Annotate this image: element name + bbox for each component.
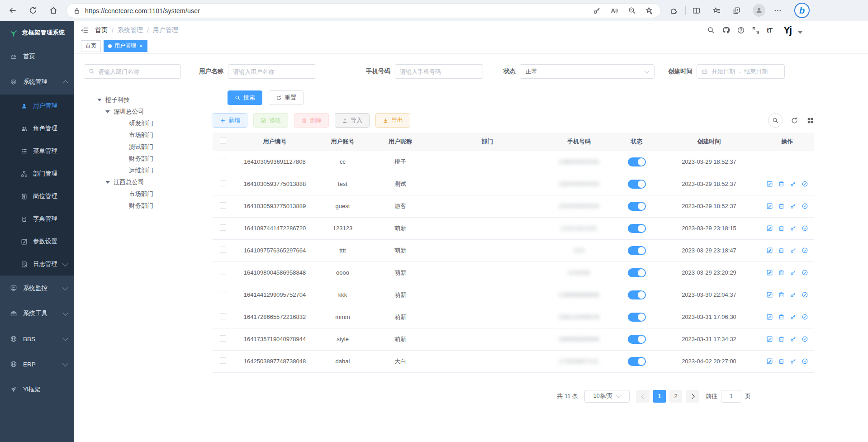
- sidebar-item-menu-management[interactable]: 菜单管理: [0, 140, 74, 162]
- edit-user-icon[interactable]: [766, 203, 773, 209]
- sidebar-item-yi-framework[interactable]: Yi框架: [0, 377, 74, 402]
- refresh-table-icon[interactable]: [791, 117, 798, 124]
- sidebar-item-system-monitor[interactable]: 系统监控: [0, 276, 74, 301]
- breadcrumb-home[interactable]: 首页: [95, 26, 108, 34]
- edit-user-icon[interactable]: [766, 291, 773, 298]
- browser-menu-icon[interactable]: [773, 6, 782, 15]
- reset-button[interactable]: 重置: [269, 90, 304, 105]
- row-checkbox[interactable]: [220, 291, 226, 297]
- status-toggle[interactable]: [628, 357, 646, 366]
- reset-password-icon[interactable]: [790, 269, 797, 276]
- row-checkbox[interactable]: [220, 357, 226, 364]
- reset-password-icon[interactable]: [790, 314, 797, 320]
- row-checkbox[interactable]: [220, 313, 226, 319]
- address-bar[interactable]: https://ccnetcore.com:1101/system/user: [66, 3, 661, 18]
- sidebar-item-system-management[interactable]: 系统管理: [0, 69, 74, 95]
- tree-node[interactable]: 财务部门: [84, 153, 192, 165]
- tree-node[interactable]: 江西总公司: [84, 176, 192, 188]
- collections-icon[interactable]: [732, 6, 741, 15]
- assign-role-icon[interactable]: [802, 336, 808, 342]
- reset-password-icon[interactable]: [790, 247, 797, 254]
- tree-node[interactable]: 橙子科技: [84, 94, 192, 106]
- reset-password-icon[interactable]: [790, 181, 797, 187]
- export-button[interactable]: 导出: [375, 113, 410, 128]
- add-button[interactable]: 新增: [213, 113, 247, 128]
- zoom-out-icon[interactable]: [628, 6, 636, 15]
- delete-user-icon[interactable]: [778, 247, 785, 254]
- sidebar-item-post-management[interactable]: 岗位管理: [0, 185, 74, 208]
- browser-profile-avatar[interactable]: [753, 4, 765, 17]
- avatar-caret-down-icon[interactable]: [798, 31, 802, 34]
- close-tag-icon[interactable]: ×: [139, 43, 143, 49]
- page-number-2[interactable]: 2: [669, 390, 682, 403]
- edit-user-icon[interactable]: [766, 336, 773, 342]
- assign-role-icon[interactable]: [802, 225, 808, 232]
- browser-back-icon[interactable]: [8, 6, 17, 15]
- delete-user-icon[interactable]: [778, 314, 785, 320]
- tag-user-management[interactable]: 用户管理 ×: [104, 40, 147, 52]
- favorites-icon[interactable]: [712, 6, 721, 15]
- delete-user-icon[interactable]: [778, 225, 785, 232]
- tree-node[interactable]: 市场部门: [84, 188, 192, 200]
- sidebar-item-system-tools[interactable]: 系统工具: [0, 301, 74, 326]
- edit-user-icon[interactable]: [766, 269, 773, 276]
- sidebar-item-bbs[interactable]: BBS: [0, 326, 74, 352]
- app-logo[interactable]: 意框架管理系统: [0, 21, 74, 44]
- reset-password-icon[interactable]: [790, 203, 797, 209]
- goto-page-input[interactable]: [721, 390, 741, 403]
- sidebar-fold-icon[interactable]: [81, 26, 89, 34]
- tree-expand-caret-icon[interactable]: [97, 99, 102, 101]
- tag-home[interactable]: 首页: [81, 40, 101, 52]
- status-toggle[interactable]: [628, 224, 646, 233]
- row-checkbox[interactable]: [220, 335, 226, 342]
- row-checkbox[interactable]: [220, 202, 226, 209]
- delete-user-icon[interactable]: [778, 291, 785, 298]
- reset-password-icon[interactable]: [790, 336, 797, 342]
- browser-reload-icon[interactable]: [28, 6, 38, 15]
- status-toggle[interactable]: [628, 246, 646, 255]
- tree-node[interactable]: 市场部门: [84, 129, 192, 141]
- user-avatar-logo[interactable]: Yj: [783, 24, 791, 36]
- edit-user-icon[interactable]: [766, 314, 773, 320]
- assign-role-icon[interactable]: [802, 269, 808, 276]
- delete-user-icon[interactable]: [778, 358, 785, 365]
- sidebar-item-erp[interactable]: ERP: [0, 352, 74, 377]
- url-text[interactable]: https://ccnetcore.com:1101/system/user: [85, 7, 200, 14]
- delete-user-icon[interactable]: [778, 269, 785, 276]
- date-range-picker[interactable]: 开始日期 - 结束日期: [697, 64, 785, 79]
- help-icon[interactable]: [737, 26, 745, 34]
- reset-password-icon[interactable]: [790, 225, 797, 232]
- read-aloud-icon[interactable]: [610, 6, 619, 15]
- sidebar-item-home[interactable]: 首页: [0, 44, 74, 69]
- delete-user-icon[interactable]: [778, 203, 785, 209]
- extensions-icon[interactable]: [670, 6, 678, 15]
- split-screen-icon[interactable]: [692, 6, 701, 15]
- edit-user-icon[interactable]: [766, 181, 773, 187]
- delete-button[interactable]: 删除: [294, 113, 329, 128]
- tree-expand-caret-icon[interactable]: [105, 181, 110, 184]
- sidebar-item-department-management[interactable]: 部门管理: [0, 162, 74, 185]
- column-settings-icon[interactable]: [806, 117, 814, 124]
- tree-expand-caret-icon[interactable]: [105, 110, 110, 113]
- status-toggle[interactable]: [628, 202, 646, 211]
- sidebar-item-user-management[interactable]: 用户管理: [0, 95, 74, 117]
- tree-node[interactable]: 运维部门: [84, 165, 192, 176]
- reset-password-icon[interactable]: [790, 358, 797, 365]
- header-search-icon[interactable]: [707, 26, 715, 34]
- phone-input[interactable]: [400, 68, 479, 75]
- tree-node[interactable]: 深圳总公司: [84, 106, 192, 118]
- row-checkbox[interactable]: [220, 247, 226, 253]
- status-toggle[interactable]: [628, 157, 646, 166]
- assign-role-icon[interactable]: [802, 247, 808, 254]
- assign-role-icon[interactable]: [802, 291, 808, 298]
- sidebar-item-role-management[interactable]: 角色管理: [0, 117, 74, 140]
- import-button[interactable]: 导入: [335, 113, 370, 128]
- browser-home-icon[interactable]: [49, 6, 58, 15]
- font-size-icon[interactable]: tT: [767, 26, 772, 34]
- page-size-select[interactable]: 10条/页: [584, 390, 630, 403]
- tree-node[interactable]: 财务部门: [84, 200, 192, 212]
- sidebar-item-param-settings[interactable]: 参数设置: [0, 230, 74, 253]
- tree-node[interactable]: 测试部门: [84, 141, 192, 153]
- status-toggle[interactable]: [628, 180, 646, 189]
- edit-user-icon[interactable]: [766, 247, 773, 254]
